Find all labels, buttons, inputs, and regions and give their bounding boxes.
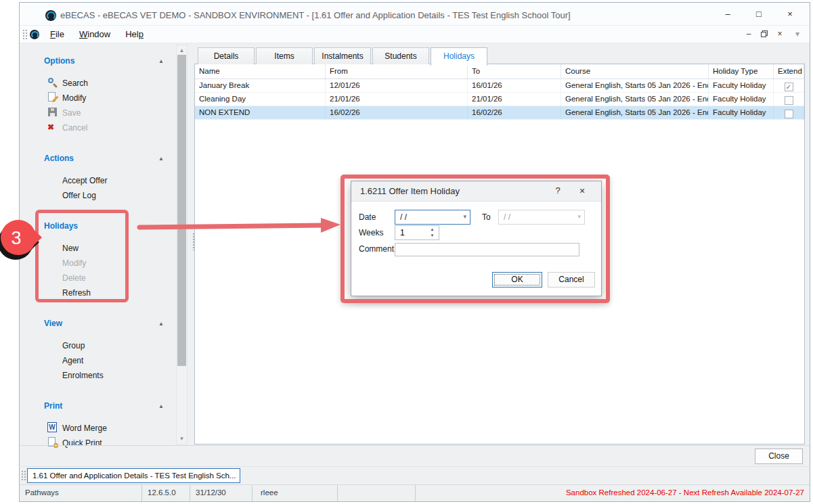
- section-items: SearchModifySave✖Cancel: [20, 68, 176, 136]
- cell-from: 16/02/26: [326, 106, 468, 119]
- sidebar-item-accept-offer[interactable]: Accept Offer: [20, 174, 176, 189]
- sidebar-scrollbar[interactable]: ▲ ▼: [176, 45, 188, 444]
- minimize-icon[interactable]: –: [720, 8, 735, 20]
- sandbox-refresh-note: Sandbox Refreshed 2024-06-27 - Next Refr…: [416, 485, 810, 501]
- column-header-from[interactable]: From: [326, 64, 468, 78]
- mdi-menu-icon[interactable]: ▾: [792, 28, 803, 39]
- status-cell-empty: [338, 485, 416, 501]
- step-number: 3: [11, 228, 21, 248]
- sidebar-section-actions: Actions▲Accept OfferOffer Log: [20, 136, 176, 204]
- column-header-to[interactable]: To: [468, 64, 561, 78]
- sidebar-item-search[interactable]: Search: [20, 76, 176, 91]
- scroll-up-icon[interactable]: ▲: [177, 45, 187, 55]
- section-title: Options: [44, 56, 74, 66]
- close-icon[interactable]: ×: [783, 8, 797, 20]
- sidebar-item-label: Word Merge: [62, 423, 107, 433]
- cell-extend: ✓: [774, 79, 804, 92]
- tab-items[interactable]: Items: [256, 47, 313, 64]
- cell-from: 21/01/26: [326, 93, 468, 106]
- mdi-minimize-icon[interactable]: –: [743, 28, 754, 39]
- sidebar-item-label: Cancel: [62, 123, 87, 133]
- screenshot-canvas: eBECAS - eBECAS VET DEMO - SANDBOX ENVIR…: [0, 0, 813, 504]
- sidebar-item-label: Enrolments: [62, 371, 104, 380]
- menu-bar: FileWindowHelp – × ▾: [20, 25, 810, 43]
- cell-to: 16/01/26: [468, 79, 561, 92]
- menubar-grip[interactable]: [22, 29, 27, 41]
- mdi-close-icon[interactable]: ×: [774, 28, 785, 39]
- collapse-arrow-icon[interactable]: ▲: [158, 156, 164, 162]
- cell-course: General English, Starts 05 Jan 2026 - En…: [561, 79, 709, 92]
- sidebar-item-enrolments[interactable]: Enrolments: [20, 369, 176, 384]
- collapse-arrow-icon[interactable]: ▲: [158, 403, 164, 409]
- sidebar-item-quick-print[interactable]: Quick Print: [20, 436, 176, 451]
- sidebar-item-group[interactable]: Group: [20, 339, 176, 354]
- window-title: eBECAS - eBECAS VET DEMO - SANDBOX ENVIR…: [60, 10, 571, 20]
- sidebar-item-label: Search: [62, 78, 88, 88]
- mdi-restore-icon[interactable]: [761, 30, 768, 37]
- menu-item-file[interactable]: File: [43, 29, 72, 39]
- table-row[interactable]: NON EXTEND16/02/2616/02/26General Englis…: [195, 106, 804, 120]
- status-cell-pathways: Pathways: [20, 485, 142, 501]
- cell-holiday-type: Faculty Holiday: [709, 79, 774, 92]
- cell-course: General English, Starts 05 Jan 2026 - En…: [561, 106, 709, 119]
- cell-to: 21/01/26: [468, 93, 561, 106]
- status-bar: Pathways12.6.5.031/12/30rleeeSandbox Ref…: [20, 484, 810, 501]
- section-header-view[interactable]: View▲: [20, 319, 176, 330]
- sidebar-item-agent[interactable]: Agent: [20, 354, 176, 369]
- column-header-course[interactable]: Course: [561, 64, 709, 78]
- collapse-arrow-icon[interactable]: ▲: [158, 58, 164, 64]
- section-header-print[interactable]: Print▲: [20, 401, 176, 413]
- column-header-extend[interactable]: Extend: [774, 64, 804, 78]
- sidebar-item-label: Agent: [62, 356, 83, 365]
- close-button[interactable]: Close: [755, 449, 803, 464]
- cell-from: 12/01/26: [326, 79, 468, 92]
- scrollbar-thumb[interactable]: [177, 55, 186, 366]
- table-row[interactable]: January Break12/01/2616/01/26General Eng…: [195, 79, 804, 93]
- sidebar-item-offer-log[interactable]: Offer Log: [20, 189, 176, 204]
- status-cell-12-6-5-0: 12.6.5.0: [142, 485, 190, 501]
- sidebar-item-cancel[interactable]: ✖Cancel: [20, 121, 176, 136]
- table-row[interactable]: Cleaning Day21/01/2621/01/26General Engl…: [195, 93, 804, 106]
- extend-checkbox[interactable]: [785, 110, 793, 118]
- scroll-down-icon[interactable]: ▼: [177, 434, 187, 444]
- cancel-x-icon: ✖: [47, 122, 58, 133]
- sidebar-item-word-merge[interactable]: WWord Merge: [20, 421, 176, 436]
- column-header-holiday-type[interactable]: Holiday Type: [709, 64, 774, 78]
- section-header-options[interactable]: Options▲: [20, 56, 176, 68]
- taskbar-window-button[interactable]: 1.61 Offer and Application Details - TES…: [27, 468, 240, 483]
- maximize-icon[interactable]: □: [751, 8, 766, 20]
- table-header: NameFromToCourseHoliday TypeExtend: [195, 64, 804, 79]
- table-body: January Break12/01/2616/01/26General Eng…: [195, 79, 804, 120]
- section-header-actions[interactable]: Actions▲: [20, 154, 176, 165]
- edit-icon: [47, 92, 58, 103]
- tab-holidays[interactable]: Holidays: [431, 47, 487, 66]
- sidebar-item-label: Offer Log: [62, 191, 96, 200]
- section-title: Actions: [44, 154, 74, 163]
- status-cell-rleee: rleee: [252, 485, 338, 501]
- sidebar-item-label: Modify: [62, 93, 86, 103]
- search-icon: [47, 77, 58, 88]
- quick-print-icon: [47, 437, 58, 448]
- tab-students[interactable]: Students: [372, 47, 429, 64]
- tab-details[interactable]: Details: [198, 47, 255, 64]
- extend-checkbox[interactable]: [785, 96, 793, 105]
- annotation-box-dialog: [340, 175, 610, 303]
- cell-to: 16/02/26: [468, 106, 561, 119]
- sidebar-item-save[interactable]: Save: [20, 106, 176, 121]
- tab-strip: DetailsItemsInstalmentsStudentsHolidays: [198, 47, 487, 66]
- menu-item-help[interactable]: Help: [118, 29, 151, 39]
- collapse-arrow-icon[interactable]: ▲: [158, 321, 164, 327]
- cell-name: January Break: [195, 79, 326, 92]
- section-title: View: [44, 319, 62, 328]
- extend-checkbox[interactable]: ✓: [785, 83, 793, 91]
- sidebar-item-modify[interactable]: Modify: [20, 91, 176, 106]
- tab-instalments[interactable]: Instalments: [314, 47, 371, 64]
- cell-extend: [774, 106, 804, 119]
- column-header-name[interactable]: Name: [195, 64, 326, 78]
- menu-item-window[interactable]: Window: [72, 29, 118, 39]
- taskbar-grip[interactable]: [21, 470, 26, 481]
- cell-extend: [774, 93, 804, 106]
- divider: [20, 466, 810, 467]
- section-items: GroupAgentEnrolments: [20, 330, 176, 384]
- sidebar-item-label: Group: [62, 341, 85, 350]
